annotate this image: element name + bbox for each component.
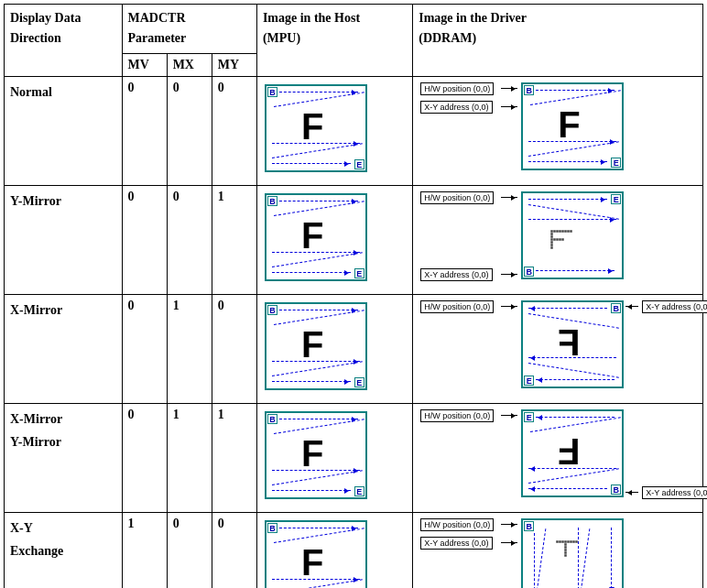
- hw-position-label: H/W position (0,0): [420, 409, 494, 422]
- mx-value: 1: [167, 403, 212, 512]
- mx-value: 0: [167, 512, 212, 588]
- mv-value: 0: [122, 76, 167, 185]
- direction-name: X-Mirror: [5, 294, 123, 403]
- pixel-glyph: [556, 540, 578, 557]
- mv-value: 1: [122, 512, 167, 588]
- table-row: X-YExchange 1 0 0 B E F H/W position (0,…: [5, 512, 703, 588]
- host-diagram-cell: B E F: [256, 512, 412, 588]
- xy-address-label: X-Y address (0,0): [642, 300, 707, 313]
- driver-diagram-cell: H/W position (0,0) B E F X-Y address (0,…: [413, 403, 703, 512]
- mx-value: 0: [167, 185, 212, 294]
- my-value: 0: [212, 512, 256, 588]
- host-diagram-cell: B E F: [256, 294, 412, 403]
- b-marker: B: [267, 523, 277, 533]
- mv-value: 0: [122, 185, 167, 294]
- hw-position-label: H/W position (0,0): [420, 518, 494, 531]
- table-row: X-Mirror 0 1 0 B E F H/W position (0,0) …: [5, 294, 703, 403]
- col-host-image: Image in the Host (MPU): [256, 5, 412, 77]
- driver-diagram: H/W position (0,0) B E F X-Y address (0,…: [419, 408, 697, 508]
- driver-diagram-cell: H/W position (0,0) X-Y address (0,0) B E…: [413, 76, 703, 185]
- col-display-direction: Display Data Direction: [5, 5, 123, 77]
- my-value: 1: [212, 185, 256, 294]
- my-value: 0: [212, 76, 256, 185]
- host-diagram: B E F: [265, 520, 367, 588]
- hw-position-label: H/W position (0,0): [420, 82, 494, 95]
- col-madctr: MADCTR Parameter: [122, 5, 256, 54]
- e-marker: E: [524, 376, 534, 386]
- e-marker: E: [354, 268, 364, 278]
- hw-position-label: H/W position (0,0): [420, 191, 494, 204]
- driver-diagram: H/W position (0,0) X-Y address (0,0) B E: [419, 517, 697, 588]
- xy-address-label: X-Y address (0,0): [642, 486, 707, 499]
- hw-position-label: H/W position (0,0): [420, 300, 494, 313]
- b-marker: B: [611, 303, 621, 313]
- host-diagram: B E F: [265, 84, 367, 172]
- e-marker: E: [354, 159, 364, 169]
- mx-value: 0: [167, 76, 212, 185]
- b-marker: B: [524, 521, 534, 531]
- driver-diagram: H/W position (0,0) X-Y address (0,0) B E…: [419, 81, 697, 181]
- header-row-1: Display Data Direction MADCTR Parameter …: [5, 5, 703, 54]
- driver-diagram-cell: H/W position (0,0) B E F X-Y address (0,…: [413, 294, 703, 403]
- e-marker: E: [611, 194, 621, 204]
- host-diagram: B E F: [265, 193, 367, 281]
- mv-value: 0: [122, 294, 167, 403]
- b-marker: B: [267, 196, 277, 206]
- table-row: X-MirrorY-Mirror 0 1 1 B E F H/W positio…: [5, 403, 703, 512]
- my-value: 1: [212, 403, 256, 512]
- table-row: Normal 0 0 0 B E F H/W position (0,0) X-…: [5, 76, 703, 185]
- b-marker: B: [524, 85, 534, 95]
- host-diagram: B E F: [265, 302, 367, 390]
- host-diagram-cell: B E F: [256, 185, 412, 294]
- e-marker: E: [524, 412, 534, 422]
- b-marker: B: [267, 87, 277, 97]
- b-marker: B: [524, 267, 534, 277]
- direction-name: X-YExchange: [5, 512, 123, 588]
- mv-value: 0: [122, 403, 167, 512]
- e-marker: E: [611, 158, 621, 168]
- col-mv: MV: [122, 53, 167, 76]
- xy-address-label: X-Y address (0,0): [420, 537, 492, 550]
- col-driver-image: Image in the Driver (DDRAM): [413, 5, 703, 77]
- driver-diagram-cell: H/W position (0,0) X-Y address (0,0) B E: [413, 512, 703, 588]
- driver-diagram: H/W position (0,0) X-Y address (0,0) B E: [419, 190, 697, 290]
- b-marker: B: [611, 485, 621, 495]
- direction-name: X-MirrorY-Mirror: [5, 403, 123, 512]
- xy-address-label: X-Y address (0,0): [420, 101, 492, 114]
- host-diagram-cell: B E F: [256, 403, 412, 512]
- direction-name: Normal: [5, 76, 123, 185]
- host-diagram: B E F: [265, 411, 367, 499]
- e-marker: E: [354, 377, 364, 387]
- col-mx: MX: [167, 53, 212, 76]
- mx-value: 1: [167, 294, 212, 403]
- driver-diagram-cell: H/W position (0,0) X-Y address (0,0) B E: [413, 185, 703, 294]
- b-marker: B: [267, 414, 277, 424]
- pixel-glyph: [550, 230, 572, 249]
- driver-diagram: H/W position (0,0) B E F X-Y address (0,…: [419, 299, 697, 399]
- table-row: Y-Mirror 0 0 1 B E F H/W position (0,0) …: [5, 185, 703, 294]
- madctr-table: Display Data Direction MADCTR Parameter …: [4, 4, 703, 588]
- xy-address-label: X-Y address (0,0): [420, 268, 492, 281]
- col-my: MY: [212, 53, 256, 76]
- e-marker: E: [354, 486, 364, 496]
- direction-name: Y-Mirror: [5, 185, 123, 294]
- host-diagram-cell: B E F: [256, 76, 412, 185]
- b-marker: B: [267, 305, 277, 315]
- my-value: 0: [212, 294, 256, 403]
